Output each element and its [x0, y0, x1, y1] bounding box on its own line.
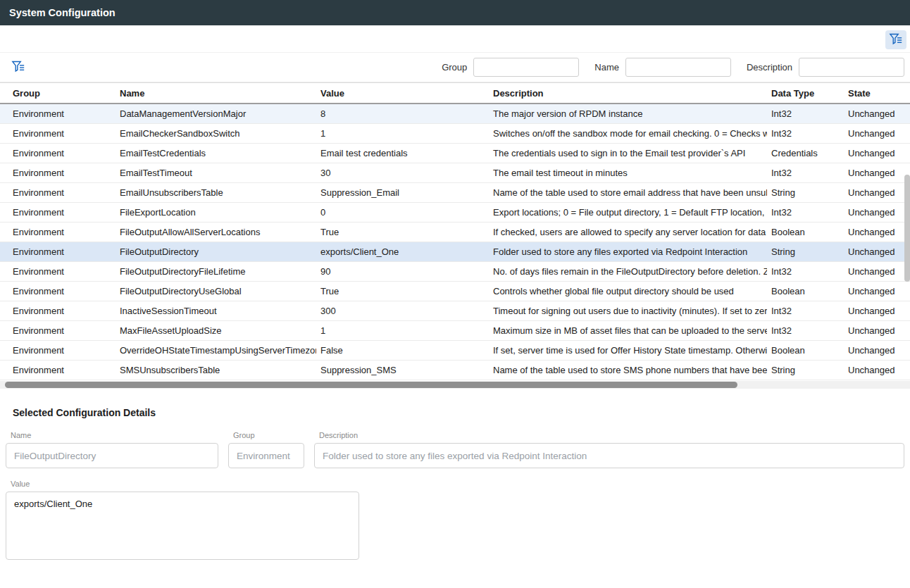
- details-description-field-wrapper: Description: [314, 431, 904, 468]
- cell-value: Suppression_SMS: [316, 365, 489, 375]
- column-header-value[interactable]: Value: [316, 88, 489, 99]
- details-name-field-wrapper: Name: [6, 431, 218, 468]
- table-row[interactable]: Environment OverrideOHStateTimestampUsin…: [0, 341, 910, 361]
- cell-group: Environment: [0, 187, 116, 198]
- cell-value: True: [316, 227, 489, 237]
- details-name-input[interactable]: [6, 443, 218, 468]
- table-body: Environment DataManagementVersionMajor 8…: [0, 104, 910, 380]
- filter-description-input[interactable]: [799, 58, 904, 77]
- details-name-label: Name: [11, 431, 218, 439]
- table-row[interactable]: Environment MaxFileAssetUploadSize 1 Max…: [0, 321, 910, 341]
- cell-name: FileOutputAllowAllServerLocations: [116, 227, 316, 237]
- filter-group-label: Group: [442, 62, 467, 73]
- cell-group: Environment: [0, 128, 116, 139]
- cell-datatype: Int32: [767, 266, 844, 277]
- cell-group: Environment: [0, 286, 116, 296]
- cell-datatype: String: [767, 365, 844, 375]
- column-header-state[interactable]: State: [844, 88, 904, 99]
- cell-name: FileOutputDirectoryFileLifetime: [116, 266, 316, 277]
- details-section-title: Selected Configuration Details: [13, 407, 904, 418]
- table-row[interactable]: Environment FileOutputAllowAllServerLoca…: [0, 223, 910, 242]
- cell-value: Email test credentials: [316, 148, 489, 158]
- cell-state: Unchanged: [844, 306, 904, 316]
- table-row[interactable]: Environment EmailTestCredentials Email t…: [0, 144, 910, 163]
- cell-state: Unchanged: [844, 207, 904, 218]
- cell-value: 1: [316, 128, 489, 139]
- cell-group: Environment: [0, 108, 116, 119]
- cell-name: OverrideOHStateTimestampUsingServerTimez…: [116, 345, 316, 356]
- cell-state: Unchanged: [844, 246, 904, 257]
- table-row[interactable]: Environment EmailTestTimeout 30 The emai…: [0, 163, 910, 183]
- cell-state: Unchanged: [844, 108, 904, 119]
- cell-name: MaxFileAssetUploadSize: [116, 325, 316, 336]
- cell-state: Unchanged: [844, 168, 904, 178]
- cell-description: Maximum size in MB of asset files that c…: [489, 325, 767, 336]
- cell-datatype: Boolean: [767, 227, 844, 237]
- column-header-group[interactable]: Group: [0, 88, 116, 99]
- table-row[interactable]: Environment FileOutputDirectory exports/…: [0, 242, 910, 262]
- window-titlebar: System Configuration: [0, 0, 910, 25]
- cell-datatype: String: [767, 187, 844, 198]
- filter-name-input[interactable]: [625, 58, 731, 77]
- column-header-datatype[interactable]: Data Type: [767, 88, 844, 99]
- cell-description: Name of the table used to store email ad…: [489, 187, 767, 198]
- cell-name: EmailCheckerSandboxSwitch: [116, 128, 316, 139]
- filter-toggle-button[interactable]: [885, 30, 906, 49]
- details-description-input[interactable]: [314, 443, 904, 468]
- cell-value: exports/Client_One: [316, 246, 489, 257]
- table-row[interactable]: Environment DataManagementVersionMajor 8…: [0, 104, 910, 124]
- horizontal-scrollbar[interactable]: [0, 381, 910, 389]
- column-header-name[interactable]: Name: [116, 88, 316, 99]
- cell-name: FileOutputDirectory: [116, 246, 316, 257]
- cell-group: Environment: [0, 207, 116, 218]
- cell-name: FileExportLocation: [116, 207, 316, 218]
- cell-datatype: String: [767, 246, 844, 257]
- cell-name: InactiveSessionTimeout: [116, 306, 316, 316]
- cell-group: Environment: [0, 365, 116, 375]
- cell-datatype: Int32: [767, 168, 844, 178]
- cell-group: Environment: [0, 246, 116, 257]
- vertical-scrollbar[interactable]: [904, 175, 910, 282]
- cell-group: Environment: [0, 168, 116, 178]
- cell-datatype: Int32: [767, 306, 844, 316]
- table-row[interactable]: Environment FileOutputDirectoryUseGlobal…: [0, 282, 910, 301]
- cell-state: Unchanged: [844, 325, 904, 336]
- filter-name-label: Name: [594, 62, 619, 73]
- filter-field-description: Description: [747, 58, 904, 77]
- filter-group-input[interactable]: [473, 58, 579, 77]
- table-row[interactable]: Environment FileOutputDirectoryFileLifet…: [0, 262, 910, 282]
- details-group-label: Group: [233, 431, 304, 439]
- table-row[interactable]: Environment InactiveSessionTimeout 300 T…: [0, 301, 910, 321]
- cell-value: 30: [316, 168, 489, 178]
- details-value-textarea[interactable]: exports/Client_One: [6, 492, 359, 560]
- cell-description: Controls whether global file output dire…: [489, 286, 767, 296]
- cell-value: 1: [316, 325, 489, 336]
- filter-icon: [889, 32, 903, 47]
- cell-name: EmailTestTimeout: [116, 168, 316, 178]
- cell-description: If set, server time is used for Offer Hi…: [489, 345, 767, 356]
- cell-description: If checked, users are allowed to specify…: [489, 227, 767, 237]
- cell-value: 0: [316, 207, 489, 218]
- cell-group: Environment: [0, 325, 116, 336]
- cell-name: EmailUnsubscribersTable: [116, 187, 316, 198]
- table-row[interactable]: Environment FileExportLocation 0 Export …: [0, 203, 910, 223]
- table-row[interactable]: Environment EmailCheckerSandboxSwitch 1 …: [0, 124, 910, 144]
- table-row[interactable]: Environment EmailUnsubscribersTable Supp…: [0, 183, 910, 203]
- cell-datatype: Boolean: [767, 345, 844, 356]
- cell-state: Unchanged: [844, 345, 904, 356]
- column-header-description[interactable]: Description: [489, 88, 767, 99]
- cell-state: Unchanged: [844, 365, 904, 375]
- table-row[interactable]: Environment SMSUnsubscribersTable Suppre…: [0, 361, 910, 380]
- horizontal-scrollbar-thumb[interactable]: [5, 382, 737, 388]
- cell-name: DataManagementVersionMajor: [116, 108, 316, 119]
- cell-description: No. of days files remain in the FileOutp…: [489, 266, 767, 277]
- details-group-input[interactable]: [228, 443, 304, 468]
- page-title: System Configuration: [9, 7, 116, 18]
- filter-icon[interactable]: [11, 60, 25, 75]
- cell-state: Unchanged: [844, 227, 904, 237]
- config-table: Group Name Value Description Data Type S…: [0, 82, 910, 389]
- cell-state: Unchanged: [844, 286, 904, 296]
- cell-state: Unchanged: [844, 148, 904, 158]
- details-description-label: Description: [319, 431, 904, 439]
- cell-value: 300: [316, 306, 489, 316]
